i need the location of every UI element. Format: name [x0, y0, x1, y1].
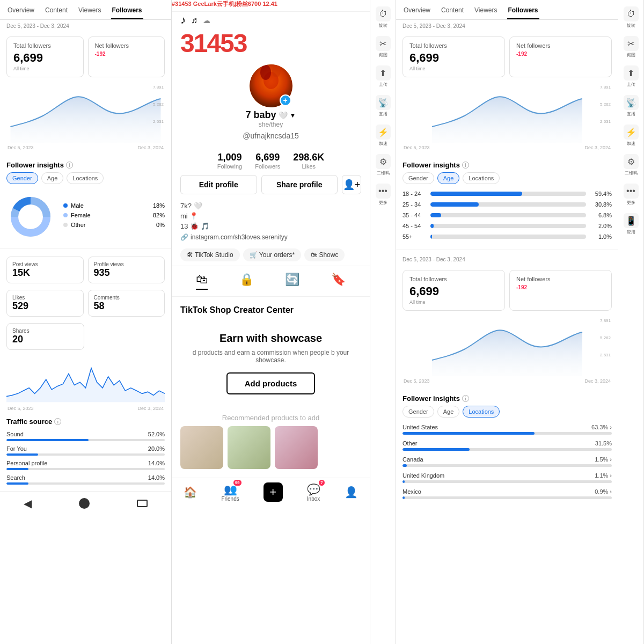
right-seg-gender-bot[interactable]: Gender [402, 406, 434, 418]
right-info-icon-top[interactable]: i [462, 162, 469, 169]
retweet-icon[interactable]: 🔄 [285, 273, 299, 290]
center-nav-inbox[interactable]: 💬 7 Inbox [307, 483, 320, 502]
left-chart-svg [6, 84, 165, 143]
share-profile-button[interactable]: Share profile [261, 175, 338, 194]
accelerate-icon: ⚡ [376, 125, 391, 140]
left-bottom-nav: ◀ [0, 491, 171, 515]
right-stat-cards-mid: Total followers 6,699 All time Net follo… [396, 266, 618, 315]
right-more-label: 更多 [627, 200, 635, 206]
left-traffic-sound-pct: 52.0% [148, 431, 165, 437]
right-rotate-icon: ⏱ [624, 6, 639, 21]
sidebar-more[interactable]: ••• 更多 [376, 181, 391, 208]
sidebar-screenshot[interactable]: ✂ 截图 [376, 34, 391, 60]
lock-icon[interactable]: 🔒 [239, 273, 254, 290]
right-chart-svg-mid [402, 317, 612, 376]
sidebar-qrcode[interactable]: ⚙ 二维码 [376, 152, 391, 178]
right-chart-date-right: Dec 3, 2024 [584, 145, 611, 150]
right-chart-date-right2: Dec 3, 2024 [584, 378, 611, 384]
avatar-plus-button[interactable]: + [280, 94, 291, 106]
bookmark-icon[interactable]: 🔖 [331, 273, 346, 290]
left-square-button[interactable] [137, 500, 148, 507]
tab-content-left[interactable]: Content [44, 4, 69, 19]
left-seg-gender[interactable]: Gender [6, 172, 38, 184]
center-bio-link[interactable]: 🔗 instagram.com/sh3loves.serenityy [180, 233, 361, 241]
right-qrcode-icon: ⚙ [624, 154, 639, 169]
add-friend-button[interactable]: 👤+ [342, 175, 361, 194]
center-nav-home[interactable]: 🏠 [184, 486, 197, 499]
left-chart-area: 7,891 5,262 2,631 Dec 5, 2023 Dec 3, 202… [0, 84, 171, 153]
right-segment-tabs-top: Gender Age Locations [396, 172, 618, 188]
right-seg-gender-top[interactable]: Gender [402, 172, 434, 184]
right-tab-content[interactable]: Content [440, 4, 465, 19]
left-back-button[interactable]: ◀ [24, 497, 32, 510]
right-info-icon-bot[interactable]: i [462, 395, 469, 402]
sidebar-accelerate[interactable]: ⚡ 加速 [376, 122, 391, 149]
left-traffic-title: Traffic source i [0, 412, 171, 429]
right-chart-y3: 2,631 [600, 119, 611, 124]
left-seg-age[interactable]: Age [41, 172, 64, 184]
right-seg-age-bot[interactable]: Age [437, 406, 460, 418]
center-nav-profile[interactable]: 👤 [345, 486, 358, 499]
menu-studio[interactable]: 🛠 TikTok Studio [180, 248, 240, 261]
right-sidebar-app[interactable]: 📱 应用 [624, 211, 639, 237]
right-chart-date-left2: Dec 5, 2023 [404, 378, 430, 384]
left-traffic-info-icon[interactable]: i [54, 418, 61, 425]
left-donut-svg [6, 193, 55, 241]
right-sidebar-upload[interactable]: ⬆ 上传 [624, 63, 639, 90]
location-us-label: United States [402, 424, 438, 430]
right-seg-locations-bot[interactable]: Locations [463, 406, 500, 418]
left-net-followers-card: Net followers -192 [88, 36, 165, 77]
left-home-button[interactable] [79, 498, 90, 509]
tiktok-logo-icon: ♪ [180, 14, 186, 26]
sidebar-live[interactable]: 📡 直播 [376, 93, 391, 119]
right-sidebar-screenshot[interactable]: ✂ 截图 [624, 34, 639, 60]
tab-followers-left[interactable]: Followers [111, 4, 143, 19]
more-label: 更多 [379, 200, 387, 206]
sidebar-upload[interactable]: ⬆ 上传 [376, 63, 391, 90]
center-dropdown-icon[interactable]: ▼ [290, 112, 296, 119]
left-total-followers-value: 6,699 [13, 51, 77, 65]
product-thumb-3 [275, 426, 318, 469]
friends-label: Friends [221, 496, 239, 502]
left-chart-labels: Dec 5, 2023 Dec 3, 2024 [6, 145, 165, 150]
add-products-button[interactable]: Add products [226, 372, 316, 394]
right-chart-y1b: 7,891 [600, 318, 611, 323]
right-sidebar-icons: ⏱ 旋转 ✂ 截图 ⬆ 上传 📡 直播 ⚡ 加速 ⚙ 二维码 [618, 0, 644, 644]
right-tab-followers[interactable]: Followers [507, 4, 539, 19]
left-traffic-items: Sound 52.0% For You 20.0% Personal profi… [0, 429, 171, 491]
right-sidebar-rotate[interactable]: ⏱ 旋转 [624, 4, 639, 31]
center-heart-icon: 🤍 [279, 111, 288, 120]
right-seg-locations-top[interactable]: Locations [463, 172, 500, 184]
left-male-pct: 18% [153, 202, 165, 209]
right-sidebar-qrcode[interactable]: ⚙ 二维码 [624, 152, 639, 178]
right-sidebar-accelerate[interactable]: ⚡ 加速 [624, 122, 639, 149]
right-tab-viewers[interactable]: Viewers [473, 4, 498, 19]
menu-orders[interactable]: 🛒 Your orders* [243, 248, 301, 261]
center-bio-section: 7k? 🤍 mi 📍 13 🐞 🎵 🔗 instagram.com/sh3lov… [172, 199, 370, 244]
right-tab-nav-top: Overview Content Viewers Followers [396, 0, 618, 20]
right-sidebar-more[interactable]: ••• 更多 [624, 181, 639, 208]
left-total-followers-card: Total followers 6,699 All time [6, 36, 84, 77]
center-nav-friends[interactable]: 👥 99 Friends [221, 483, 239, 502]
left-date-range: Dec 5, 2023 - Dec 3, 2024 [0, 20, 171, 32]
location-canada-label: Canada [402, 456, 423, 463]
left-chart-date-left: Dec 5, 2023 [8, 145, 34, 150]
menu-showcase[interactable]: 🛍 Showc [304, 248, 345, 261]
edit-profile-button[interactable]: Edit profile [180, 175, 257, 194]
left-traffic-foryou-label: For You [6, 445, 27, 452]
right-seg-age-top[interactable]: Age [437, 172, 460, 184]
shop-tab-icon[interactable]: 🛍 [196, 273, 208, 290]
left-info-icon[interactable]: i [66, 162, 73, 169]
qrcode-label: 二维码 [377, 170, 390, 176]
age-bar-fill-55plus [430, 235, 432, 239]
tab-overview-left[interactable]: Overview [6, 4, 35, 19]
center-nav-add[interactable]: + [264, 482, 283, 502]
tab-viewers-left[interactable]: Viewers [77, 4, 102, 19]
location-uk: United Kingdom 1.1% › [402, 472, 612, 483]
left-seg-locations[interactable]: Locations [67, 172, 104, 184]
sidebar-rotate[interactable]: ⏱ 旋转 [376, 4, 391, 31]
right-tab-overview[interactable]: Overview [402, 4, 431, 19]
left-traffic-foryou-pct: 20.0% [148, 445, 165, 452]
screenshot-label: 截图 [379, 52, 387, 58]
right-sidebar-live[interactable]: 📡 直播 [624, 93, 639, 119]
